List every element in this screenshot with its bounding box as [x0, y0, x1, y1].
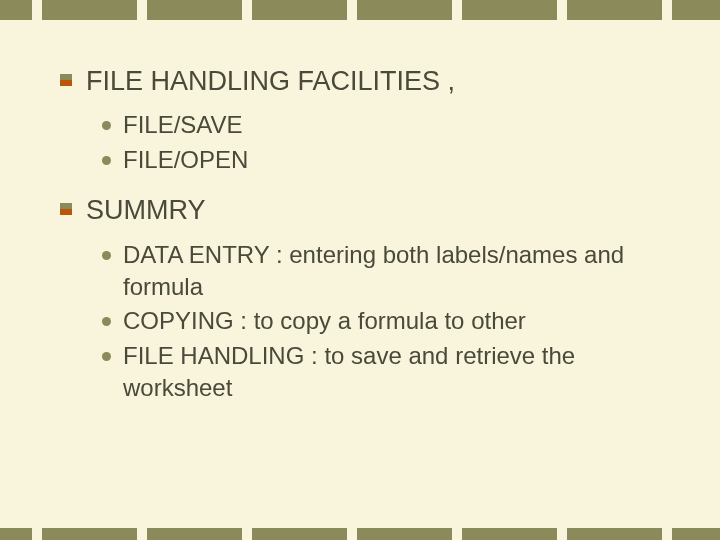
list-item: COPYING : to copy a formula to other [102, 305, 660, 337]
section-summary: SUMMRY DATA ENTRY : entering both labels… [60, 194, 660, 404]
round-bullet-icon [102, 317, 111, 326]
bottom-accent-bar [0, 528, 720, 540]
list-item: FILE HANDLING : to save and retrieve the… [102, 340, 660, 405]
list-item-text: DATA ENTRY : entering both labels/names … [123, 239, 660, 304]
list-item-text: FILE HANDLING : to save and retrieve the… [123, 340, 660, 405]
list-item: FILE/OPEN [102, 144, 660, 176]
round-bullet-icon [102, 251, 111, 260]
round-bullet-icon [102, 156, 111, 165]
round-bullet-icon [102, 352, 111, 361]
top-accent-bar [0, 0, 720, 20]
section-file-handling: FILE HANDLING FACILITIES , FILE/SAVE FIL… [60, 65, 660, 176]
sub-list: DATA ENTRY : entering both labels/names … [102, 239, 660, 405]
slide-content: FILE HANDLING FACILITIES , FILE/SAVE FIL… [60, 65, 660, 423]
list-item: FILE/SAVE [102, 109, 660, 141]
square-bullet-icon [60, 203, 72, 215]
list-item-text: FILE/OPEN [123, 144, 660, 176]
section-heading: FILE HANDLING FACILITIES , [60, 65, 660, 97]
list-item: DATA ENTRY : entering both labels/names … [102, 239, 660, 304]
section-heading: SUMMRY [60, 194, 660, 226]
section-title: FILE HANDLING FACILITIES , [86, 65, 455, 97]
list-item-text: COPYING : to copy a formula to other [123, 305, 660, 337]
square-bullet-icon [60, 74, 72, 86]
sub-list: FILE/SAVE FILE/OPEN [102, 109, 660, 176]
list-item-text: FILE/SAVE [123, 109, 660, 141]
section-title: SUMMRY [86, 194, 206, 226]
round-bullet-icon [102, 121, 111, 130]
